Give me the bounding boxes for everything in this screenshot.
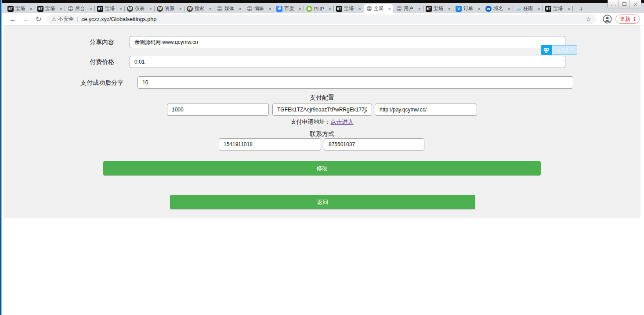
tab[interactable]: w域名× bbox=[483, 4, 513, 13]
browser-window: BT宝塔×BT宝塔×后台×BT宝塔×W仪表×W资源×W搜索×媒体×编辑×译百度×… bbox=[0, 0, 644, 315]
tab-close-icon[interactable]: × bbox=[299, 6, 301, 11]
tab-label: 搜索 bbox=[195, 5, 208, 12]
pay-config-title: 支付配置 bbox=[4, 94, 640, 102]
tab-close-icon[interactable]: × bbox=[119, 6, 122, 11]
tab-label: 全局 bbox=[374, 5, 387, 12]
contact-qq2-input[interactable] bbox=[324, 138, 424, 150]
tab[interactable]: BT宝塔× bbox=[5, 4, 35, 13]
tab[interactable]: BT宝塔× bbox=[423, 4, 453, 13]
tab[interactable]: V订单× bbox=[453, 4, 483, 13]
tab[interactable]: BT宝塔× bbox=[543, 4, 572, 13]
tab-close-icon[interactable]: × bbox=[179, 6, 182, 11]
tab[interactable]: BT宝塔× bbox=[35, 4, 65, 13]
globe-favicon-icon bbox=[366, 6, 372, 12]
tab-label: 宝塔 bbox=[434, 5, 447, 12]
tab-close-icon[interactable]: × bbox=[329, 6, 331, 11]
bt-favicon-icon: BT bbox=[37, 6, 43, 12]
close-button[interactable] bbox=[630, 0, 641, 8]
contact-title: 联系方式 bbox=[4, 130, 640, 138]
tab-close-icon[interactable]: × bbox=[538, 6, 540, 11]
tab-close-icon[interactable]: × bbox=[448, 6, 451, 11]
tab[interactable]: W资源× bbox=[155, 4, 184, 13]
tab-label: PHP bbox=[314, 6, 328, 11]
tab-label: 宝塔 bbox=[344, 5, 358, 12]
chip-divider bbox=[77, 17, 78, 22]
tab-close-icon[interactable]: × bbox=[388, 6, 391, 11]
tab-label: 用户 bbox=[404, 5, 417, 12]
tab[interactable]: 编辑× bbox=[244, 4, 274, 13]
tab-active[interactable]: 全局× bbox=[364, 4, 393, 13]
profile-avatar-icon[interactable] bbox=[603, 14, 612, 24]
tab-close-icon[interactable]: × bbox=[358, 6, 361, 11]
window-controls bbox=[608, 0, 641, 8]
tab-label: 百度 bbox=[284, 5, 298, 12]
back-button[interactable]: ← bbox=[9, 15, 16, 23]
tab-label: 订单 bbox=[463, 5, 477, 12]
tab[interactable]: ☁狂雨× bbox=[513, 4, 543, 13]
tab[interactable]: BT宝塔× bbox=[334, 4, 363, 13]
restore-button[interactable] bbox=[619, 0, 630, 8]
contact-qq1-input[interactable] bbox=[219, 138, 321, 150]
tab-close-icon[interactable]: × bbox=[60, 6, 62, 11]
modify-button[interactable]: 修改 bbox=[103, 161, 541, 175]
forward-button[interactable]: → bbox=[22, 15, 29, 23]
tab-close-icon[interactable]: × bbox=[149, 6, 152, 11]
tab-label: 编辑 bbox=[254, 5, 268, 12]
wordpress-favicon-icon: W bbox=[187, 6, 193, 12]
reload-button[interactable]: ↻ bbox=[36, 15, 41, 23]
tab-label: 资源 bbox=[165, 5, 178, 12]
globe-favicon-icon bbox=[217, 6, 223, 12]
order-favicon-icon: V bbox=[456, 6, 462, 12]
wordpress-favicon-icon: W bbox=[127, 6, 133, 12]
drag-upload-label: 拖拽上传 bbox=[552, 45, 577, 55]
pay-apply-line: 支付申请地址：点击进入 bbox=[4, 118, 640, 126]
pay-apply-link[interactable]: 点击进入 bbox=[331, 118, 354, 125]
address-bar[interactable]: ⚠ 不安全 ce.yczz.xyz/Globalsettings.php ☆ bbox=[47, 14, 596, 24]
cloud-favicon-icon: ☁ bbox=[515, 6, 521, 12]
tab-label: 仪表 bbox=[135, 5, 148, 12]
tab-close-icon[interactable]: × bbox=[90, 6, 92, 11]
drag-upload-widget[interactable]: 拖拽上传 bbox=[541, 45, 577, 55]
tab-close-icon[interactable]: × bbox=[30, 6, 33, 11]
tab[interactable]: 媒体× bbox=[214, 4, 244, 13]
php-favicon-icon bbox=[306, 6, 312, 12]
chrome-update-button[interactable]: 更新 ⋮ bbox=[615, 14, 640, 24]
security-label[interactable]: 不安全 bbox=[58, 15, 74, 23]
share-after-pay-input[interactable] bbox=[137, 76, 573, 89]
minimize-icon bbox=[611, 5, 615, 6]
tab[interactable]: 用户× bbox=[394, 4, 423, 13]
security-warning-icon[interactable]: ⚠ bbox=[51, 16, 56, 22]
pay-amount-input[interactable] bbox=[167, 104, 269, 116]
pay-key-input[interactable] bbox=[272, 104, 372, 116]
tab[interactable]: PHP× bbox=[304, 4, 333, 13]
menu-dots-icon: ⋮ bbox=[632, 16, 637, 22]
tab-label: 宝塔 bbox=[105, 5, 119, 12]
wordpress-favicon-icon: W bbox=[157, 6, 163, 12]
window-border bbox=[0, 0, 2, 315]
tab[interactable]: W搜索× bbox=[185, 4, 214, 13]
tab[interactable]: 译百度× bbox=[274, 4, 304, 13]
tab[interactable]: 后台× bbox=[65, 4, 94, 13]
tab-label: 宝塔 bbox=[45, 5, 59, 12]
return-button[interactable]: 返回 bbox=[170, 195, 475, 209]
tab-close-icon[interactable]: × bbox=[568, 6, 570, 11]
tab[interactable]: W仪表× bbox=[125, 4, 154, 13]
bookmark-star-icon[interactable]: ☆ bbox=[586, 16, 591, 23]
tab-close-icon[interactable]: × bbox=[269, 6, 271, 11]
share-content-input[interactable] bbox=[130, 36, 565, 48]
tab-close-icon[interactable]: × bbox=[508, 6, 510, 11]
tab-label: 宝塔 bbox=[553, 5, 567, 12]
pay-url-input[interactable] bbox=[375, 104, 477, 116]
minimize-button[interactable] bbox=[608, 0, 619, 8]
new-tab-button[interactable]: + bbox=[575, 4, 587, 13]
globe-favicon-icon bbox=[67, 6, 73, 12]
tab-close-icon[interactable]: × bbox=[239, 6, 242, 11]
tab-close-icon[interactable]: × bbox=[209, 6, 212, 11]
tab-close-icon[interactable]: × bbox=[478, 6, 481, 11]
price-input[interactable] bbox=[130, 56, 565, 68]
browser-toolbar: ← → ↻ ⚠ 不安全 ce.yczz.xyz/Globalsettings.p… bbox=[2, 13, 644, 25]
tab-separator bbox=[572, 6, 573, 11]
tab-close-icon[interactable]: × bbox=[418, 6, 421, 11]
tab[interactable]: BT宝塔× bbox=[95, 4, 124, 13]
url-text[interactable]: ce.yczz.xyz/Globalsettings.php bbox=[81, 16, 586, 22]
